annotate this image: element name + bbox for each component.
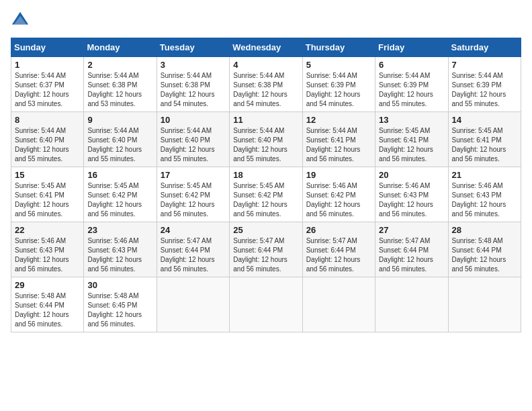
day-info: Sunrise: 5:44 AM Sunset: 6:40 PM Dayligh… bbox=[161, 126, 226, 164]
day-info: Sunrise: 5:45 AM Sunset: 6:42 PM Dayligh… bbox=[233, 181, 298, 219]
calendar-cell: 7 Sunrise: 5:44 AM Sunset: 6:39 PM Dayli… bbox=[448, 57, 521, 112]
day-info: Sunrise: 5:44 AM Sunset: 6:40 PM Dayligh… bbox=[233, 126, 298, 164]
day-number: 15 bbox=[15, 170, 80, 180]
day-number: 3 bbox=[161, 60, 226, 70]
day-info: Sunrise: 5:47 AM Sunset: 6:44 PM Dayligh… bbox=[233, 236, 298, 274]
day-number: 22 bbox=[15, 225, 80, 235]
calendar-cell: 16 Sunrise: 5:45 AM Sunset: 6:42 PM Dayl… bbox=[84, 167, 157, 222]
calendar-cell: 28 Sunrise: 5:48 AM Sunset: 6:44 PM Dayl… bbox=[448, 222, 521, 277]
calendar-cell: 9 Sunrise: 5:44 AM Sunset: 6:40 PM Dayli… bbox=[84, 112, 157, 167]
calendar-cell bbox=[375, 277, 448, 332]
day-number: 20 bbox=[379, 170, 444, 180]
day-info: Sunrise: 5:44 AM Sunset: 6:40 PM Dayligh… bbox=[87, 126, 152, 164]
calendar-cell: 15 Sunrise: 5:45 AM Sunset: 6:41 PM Dayl… bbox=[11, 167, 84, 222]
day-info: Sunrise: 5:46 AM Sunset: 6:42 PM Dayligh… bbox=[306, 181, 371, 219]
day-number: 9 bbox=[87, 115, 152, 125]
weekday-header-saturday: Saturday bbox=[448, 38, 521, 57]
day-info: Sunrise: 5:46 AM Sunset: 6:43 PM Dayligh… bbox=[87, 236, 152, 274]
day-info: Sunrise: 5:46 AM Sunset: 6:43 PM Dayligh… bbox=[379, 181, 444, 219]
calendar-cell: 23 Sunrise: 5:46 AM Sunset: 6:43 PM Dayl… bbox=[84, 222, 157, 277]
weekday-header-thursday: Thursday bbox=[302, 38, 375, 57]
calendar-cell bbox=[448, 277, 521, 332]
day-number: 23 bbox=[87, 225, 152, 235]
day-info: Sunrise: 5:46 AM Sunset: 6:43 PM Dayligh… bbox=[452, 181, 517, 219]
day-number: 29 bbox=[15, 280, 80, 290]
day-number: 10 bbox=[161, 115, 226, 125]
day-number: 30 bbox=[87, 280, 152, 290]
day-info: Sunrise: 5:44 AM Sunset: 6:39 PM Dayligh… bbox=[452, 71, 517, 109]
day-info: Sunrise: 5:44 AM Sunset: 6:39 PM Dayligh… bbox=[306, 71, 371, 109]
calendar-cell: 13 Sunrise: 5:45 AM Sunset: 6:41 PM Dayl… bbox=[375, 112, 448, 167]
day-number: 8 bbox=[15, 115, 80, 125]
calendar-cell: 14 Sunrise: 5:45 AM Sunset: 6:41 PM Dayl… bbox=[448, 112, 521, 167]
calendar-cell: 25 Sunrise: 5:47 AM Sunset: 6:44 PM Dayl… bbox=[230, 222, 302, 277]
day-number: 17 bbox=[161, 170, 226, 180]
day-info: Sunrise: 5:47 AM Sunset: 6:44 PM Dayligh… bbox=[379, 236, 444, 274]
calendar-cell: 30 Sunrise: 5:48 AM Sunset: 6:45 PM Dayl… bbox=[84, 277, 157, 332]
week-row-1: 1 Sunrise: 5:44 AM Sunset: 6:37 PM Dayli… bbox=[11, 57, 521, 112]
day-number: 21 bbox=[452, 170, 517, 180]
day-number: 7 bbox=[452, 60, 517, 70]
day-number: 25 bbox=[233, 225, 298, 235]
day-number: 5 bbox=[306, 60, 371, 70]
calendar-table: SundayMondayTuesdayWednesdayThursdayFrid… bbox=[11, 38, 521, 332]
logo bbox=[11, 11, 32, 30]
day-number: 18 bbox=[233, 170, 298, 180]
day-number: 11 bbox=[233, 115, 298, 125]
week-row-4: 22 Sunrise: 5:46 AM Sunset: 6:43 PM Dayl… bbox=[11, 222, 521, 277]
day-number: 12 bbox=[306, 115, 371, 125]
day-info: Sunrise: 5:46 AM Sunset: 6:43 PM Dayligh… bbox=[15, 236, 80, 274]
calendar-cell: 3 Sunrise: 5:44 AM Sunset: 6:38 PM Dayli… bbox=[157, 57, 229, 112]
day-info: Sunrise: 5:45 AM Sunset: 6:41 PM Dayligh… bbox=[379, 126, 444, 164]
day-number: 14 bbox=[452, 115, 517, 125]
calendar-cell: 24 Sunrise: 5:47 AM Sunset: 6:44 PM Dayl… bbox=[157, 222, 229, 277]
day-number: 2 bbox=[87, 60, 152, 70]
day-number: 28 bbox=[452, 225, 517, 235]
day-number: 16 bbox=[87, 170, 152, 180]
week-row-3: 15 Sunrise: 5:45 AM Sunset: 6:41 PM Dayl… bbox=[11, 167, 521, 222]
day-info: Sunrise: 5:48 AM Sunset: 6:44 PM Dayligh… bbox=[15, 291, 80, 329]
day-number: 26 bbox=[306, 225, 371, 235]
weekday-header-row: SundayMondayTuesdayWednesdayThursdayFrid… bbox=[11, 38, 521, 57]
day-info: Sunrise: 5:44 AM Sunset: 6:40 PM Dayligh… bbox=[15, 126, 80, 164]
day-number: 24 bbox=[161, 225, 226, 235]
calendar-cell: 11 Sunrise: 5:44 AM Sunset: 6:40 PM Dayl… bbox=[230, 112, 302, 167]
calendar-cell: 5 Sunrise: 5:44 AM Sunset: 6:39 PM Dayli… bbox=[302, 57, 375, 112]
weekday-header-monday: Monday bbox=[84, 38, 157, 57]
day-info: Sunrise: 5:44 AM Sunset: 6:38 PM Dayligh… bbox=[161, 71, 226, 109]
day-info: Sunrise: 5:44 AM Sunset: 6:41 PM Dayligh… bbox=[306, 126, 371, 164]
calendar-cell: 22 Sunrise: 5:46 AM Sunset: 6:43 PM Dayl… bbox=[11, 222, 84, 277]
calendar-cell: 1 Sunrise: 5:44 AM Sunset: 6:37 PM Dayli… bbox=[11, 57, 84, 112]
day-number: 1 bbox=[15, 60, 80, 70]
day-info: Sunrise: 5:48 AM Sunset: 6:45 PM Dayligh… bbox=[87, 291, 152, 329]
day-info: Sunrise: 5:45 AM Sunset: 6:42 PM Dayligh… bbox=[161, 181, 226, 219]
calendar-cell: 8 Sunrise: 5:44 AM Sunset: 6:40 PM Dayli… bbox=[11, 112, 84, 167]
calendar-cell: 29 Sunrise: 5:48 AM Sunset: 6:44 PM Dayl… bbox=[11, 277, 84, 332]
day-info: Sunrise: 5:44 AM Sunset: 6:39 PM Dayligh… bbox=[379, 71, 444, 109]
day-info: Sunrise: 5:47 AM Sunset: 6:44 PM Dayligh… bbox=[306, 236, 371, 274]
week-row-2: 8 Sunrise: 5:44 AM Sunset: 6:40 PM Dayli… bbox=[11, 112, 521, 167]
calendar-cell: 4 Sunrise: 5:44 AM Sunset: 6:38 PM Dayli… bbox=[230, 57, 302, 112]
calendar-cell: 12 Sunrise: 5:44 AM Sunset: 6:41 PM Dayl… bbox=[302, 112, 375, 167]
calendar-cell: 2 Sunrise: 5:44 AM Sunset: 6:38 PM Dayli… bbox=[84, 57, 157, 112]
calendar-cell: 20 Sunrise: 5:46 AM Sunset: 6:43 PM Dayl… bbox=[375, 167, 448, 222]
day-info: Sunrise: 5:47 AM Sunset: 6:44 PM Dayligh… bbox=[161, 236, 226, 274]
calendar-cell: 10 Sunrise: 5:44 AM Sunset: 6:40 PM Dayl… bbox=[157, 112, 229, 167]
weekday-header-wednesday: Wednesday bbox=[230, 38, 302, 57]
calendar-cell: 27 Sunrise: 5:47 AM Sunset: 6:44 PM Dayl… bbox=[375, 222, 448, 277]
weekday-header-sunday: Sunday bbox=[11, 38, 84, 57]
calendar-cell: 19 Sunrise: 5:46 AM Sunset: 6:42 PM Dayl… bbox=[302, 167, 375, 222]
calendar-cell: 26 Sunrise: 5:47 AM Sunset: 6:44 PM Dayl… bbox=[302, 222, 375, 277]
day-info: Sunrise: 5:48 AM Sunset: 6:44 PM Dayligh… bbox=[452, 236, 517, 274]
week-row-5: 29 Sunrise: 5:48 AM Sunset: 6:44 PM Dayl… bbox=[11, 277, 521, 332]
day-number: 4 bbox=[233, 60, 298, 70]
day-info: Sunrise: 5:44 AM Sunset: 6:38 PM Dayligh… bbox=[233, 71, 298, 109]
calendar-cell bbox=[230, 277, 302, 332]
day-number: 13 bbox=[379, 115, 444, 125]
calendar-cell: 18 Sunrise: 5:45 AM Sunset: 6:42 PM Dayl… bbox=[230, 167, 302, 222]
logo-icon bbox=[11, 11, 30, 30]
day-number: 27 bbox=[379, 225, 444, 235]
day-info: Sunrise: 5:44 AM Sunset: 6:37 PM Dayligh… bbox=[15, 71, 80, 109]
calendar-cell: 17 Sunrise: 5:45 AM Sunset: 6:42 PM Dayl… bbox=[157, 167, 229, 222]
calendar-cell bbox=[302, 277, 375, 332]
